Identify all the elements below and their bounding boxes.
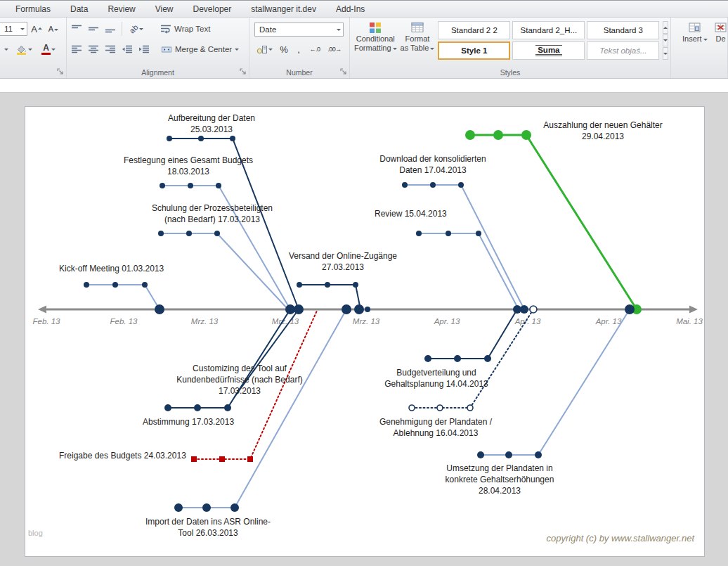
- alignment-group-label: Alignment: [67, 68, 249, 77]
- tab-formulas[interactable]: Formulas: [6, 1, 60, 17]
- merge-center-button[interactable]: Merge & Center: [157, 43, 242, 56]
- chevron-down-icon: [703, 39, 708, 43]
- formula-bar[interactable]: [0, 79, 728, 93]
- font-size-combo[interactable]: 11: [0, 22, 27, 36]
- decrease-decimal-button[interactable]: .00→: [325, 41, 344, 57]
- insert-cells-button[interactable]: Insert: [682, 20, 708, 61]
- comma-style-button[interactable]: ,: [293, 41, 304, 57]
- clipped-border-button[interactable]: [2, 41, 11, 57]
- milestone-label: Kick-off Meeting 01.03.2013: [59, 263, 164, 274]
- number-format-combo[interactable]: Date: [254, 22, 344, 37]
- style-item[interactable]: Suma: [512, 41, 585, 60]
- chevron-down-icon: [20, 28, 25, 32]
- cell-styles-gallery: Standard 2 2 Standard 2_H... Standard 3 …: [438, 21, 659, 60]
- align-left-button[interactable]: [69, 41, 84, 57]
- increase-indent-button[interactable]: [136, 41, 152, 57]
- format-as-table-label-1: Format: [405, 34, 430, 44]
- gallery-scroll-up-button[interactable]: [663, 21, 668, 34]
- svg-text:Mai. 13: Mai. 13: [676, 317, 703, 326]
- dialog-launcher-icon[interactable]: [340, 68, 347, 75]
- align-middle-button[interactable]: [86, 21, 101, 37]
- delete-cells-button[interactable]: De: [715, 20, 727, 61]
- align-bottom-button[interactable]: [103, 21, 118, 37]
- milestone-label: Genehmigung der Plandaten /Ablehnung 16.…: [351, 416, 520, 439]
- shrink-font-icon: A: [48, 25, 53, 33]
- ribbon-group-font: 11 A A: [0, 18, 67, 78]
- number-group-label: Number: [249, 68, 349, 77]
- conditional-formatting-icon: [369, 22, 382, 33]
- insert-cells-icon: [689, 22, 701, 33]
- wrap-text-label: Wrap Text: [174, 25, 210, 33]
- milestone-label: Customizing des Tool aufKundenbedürfniss…: [155, 363, 324, 397]
- tab-review[interactable]: Review: [98, 1, 145, 17]
- style-item[interactable]: Standard 2 2: [438, 21, 510, 39]
- format-as-table-icon: [411, 22, 424, 33]
- svg-text:Apr. 13: Apr. 13: [514, 317, 541, 326]
- decrease-indent-button[interactable]: [119, 41, 135, 57]
- font-color-icon: A: [41, 44, 51, 55]
- font-size-value: 11: [4, 25, 13, 33]
- divider: [122, 22, 122, 36]
- increase-indent-icon: [138, 44, 150, 54]
- ribbon-group-number: Date % ,: [249, 18, 350, 78]
- style-item-selected[interactable]: Style 1: [438, 41, 510, 60]
- conditional-formatting-button[interactable]: Conditional Formatting: [354, 20, 397, 61]
- fill-color-button[interactable]: [12, 41, 36, 57]
- tab-data[interactable]: Data: [60, 1, 98, 17]
- format-as-table-button[interactable]: Format as Table: [401, 20, 435, 61]
- dialog-launcher-icon[interactable]: [240, 68, 247, 75]
- style-item[interactable]: Tekst objaś...: [587, 41, 659, 60]
- svg-text:Apr. 13: Apr. 13: [595, 317, 622, 326]
- ribbon-tab-bar: Formulas Data Review View Developer stal…: [0, 1, 728, 18]
- milestone-label: Budgetverteilung undGehaltsplanung 14.04…: [359, 367, 514, 390]
- insert-label: Insert: [682, 34, 702, 44]
- grow-font-button[interactable]: A: [29, 21, 44, 37]
- decrease-decimal-icon: .00→: [327, 46, 342, 53]
- align-center-button[interactable]: [86, 41, 101, 57]
- milestone-label: Schulung der Prozessbeteiligten(nach Bed…: [128, 202, 297, 225]
- orientation-button[interactable]: ab: [126, 21, 147, 37]
- style-item[interactable]: Standard 3: [587, 21, 659, 39]
- milestone-label: Umsetzung der Plandaten inkonkrete Gehal…: [415, 463, 584, 496]
- milestone-label: Download der konsolidiertenDaten 17.04.2…: [356, 153, 510, 176]
- milestone-label: Auszahlung der neuen Gehälter29.04.2013: [519, 120, 687, 142]
- percent-icon: %: [280, 44, 288, 55]
- triangle-up-icon: [38, 25, 42, 30]
- align-left-icon: [71, 44, 82, 54]
- milestone-label: Festlegung eines Gesamt Budgets18.03.201…: [104, 155, 273, 177]
- milestone-label: Import der Daten ins ASR Online-Tool 26.…: [120, 516, 296, 539]
- worksheet[interactable]: Feb. 13Feb. 13Mrz. 13Mrz. 13Mrz. 13Apr. …: [0, 93, 728, 566]
- gallery-scroll-down-button[interactable]: [663, 34, 668, 47]
- conditional-formatting-label-2: Formatting: [354, 44, 391, 53]
- merge-center-icon: [161, 44, 172, 54]
- chevron-down-icon: [28, 49, 32, 53]
- dialog-launcher-icon[interactable]: [57, 68, 64, 75]
- svg-text:Feb. 13: Feb. 13: [33, 317, 61, 326]
- ribbon-group-alignment: ab Wrap Text: [67, 18, 249, 78]
- align-right-icon: [105, 44, 116, 54]
- accounting-format-button[interactable]: [254, 41, 275, 57]
- excel-window: Formulas Data Review View Developer stal…: [0, 0, 728, 566]
- tab-developer[interactable]: Developer: [183, 1, 242, 17]
- timeline-chart[interactable]: Feb. 13Feb. 13Mrz. 13Mrz. 13Mrz. 13Apr. …: [25, 106, 705, 557]
- percent-style-button[interactable]: %: [276, 41, 292, 57]
- wrap-text-button[interactable]: Wrap Text: [157, 22, 214, 35]
- style-item[interactable]: Standard 2_H...: [512, 21, 585, 39]
- increase-decimal-button[interactable]: ←.0: [306, 41, 324, 57]
- tab-add-ins[interactable]: Add-Ins: [326, 1, 375, 17]
- align-middle-icon: [88, 24, 99, 34]
- align-right-button[interactable]: [103, 41, 118, 57]
- gallery-more-button[interactable]: [663, 47, 668, 60]
- comma-icon: ,: [297, 44, 300, 55]
- milestone-label: Freigabe des Budgets 24.03.2013: [59, 450, 186, 461]
- merge-center-label: Merge & Center: [175, 45, 232, 53]
- tab-view[interactable]: View: [145, 1, 183, 17]
- svg-text:Mrz. 13: Mrz. 13: [191, 317, 219, 326]
- shrink-font-button[interactable]: A: [46, 21, 61, 37]
- wrap-text-icon: [160, 24, 171, 34]
- font-color-button[interactable]: A: [37, 41, 60, 57]
- align-top-button[interactable]: [69, 21, 84, 37]
- milestone-label: Aufbereitung der Daten25.03.2013: [138, 112, 285, 135]
- tab-stallwanger-it-dev[interactable]: stallwanger it.dev: [241, 1, 326, 17]
- align-top-icon: [71, 24, 82, 34]
